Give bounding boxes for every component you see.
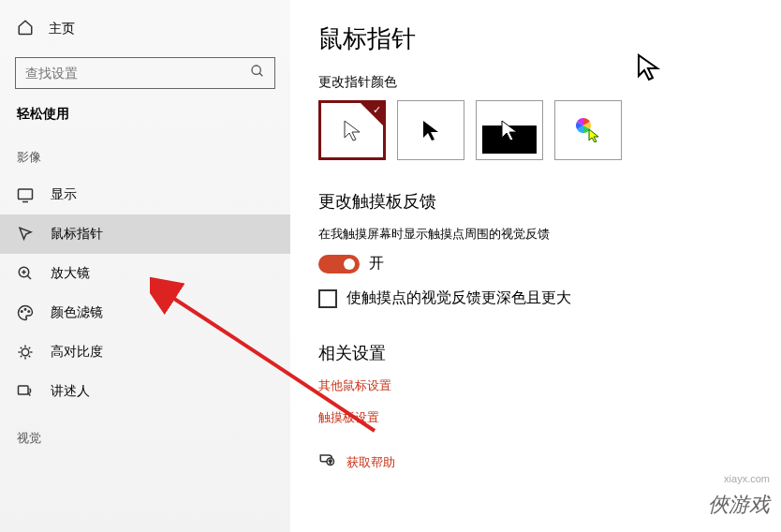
magnifier-icon: [17, 265, 34, 282]
help-icon: ?: [318, 452, 335, 473]
pointer-color-tiles: ✓: [318, 100, 781, 160]
search-input-container[interactable]: [15, 57, 275, 89]
related-title: 相关设置: [318, 342, 781, 364]
svg-line-16: [21, 347, 22, 349]
svg-line-7: [27, 275, 31, 279]
sidebar-item-narrator[interactable]: 讲述人: [0, 372, 290, 411]
color-section-label: 更改指针颜色: [318, 74, 781, 91]
page-title: 鼠标指针: [318, 22, 781, 55]
home-icon: [17, 19, 34, 38]
monitor-icon: [17, 186, 34, 203]
svg-point-0: [252, 66, 260, 74]
svg-point-11: [22, 348, 29, 356]
svg-line-19: [29, 347, 31, 349]
group-header-b: 视觉: [0, 430, 290, 447]
sidebar-item-label: 显示: [51, 186, 77, 203]
svg-line-17: [29, 356, 31, 358]
svg-point-9: [24, 309, 26, 311]
check-icon: ✓: [373, 104, 381, 116]
link-get-help[interactable]: 获取帮助: [346, 454, 395, 471]
link-other-mouse-settings[interactable]: 其他鼠标设置: [318, 377, 781, 394]
search-icon: [250, 64, 265, 82]
svg-rect-20: [19, 386, 29, 394]
home-nav[interactable]: 主页: [0, 11, 290, 46]
cursor-decoration-icon: [635, 52, 665, 82]
checkbox-label: 使触摸点的视觉反馈更深色且更大: [346, 288, 571, 308]
sidebar-item-label: 鼠标指针: [51, 226, 103, 243]
svg-line-1: [259, 73, 262, 76]
touch-section-title: 更改触摸板反馈: [318, 190, 781, 213]
sidebar-item-display[interactable]: 显示: [0, 175, 290, 214]
search-input[interactable]: [25, 66, 250, 81]
sidebar-item-label: 讲述人: [51, 383, 90, 400]
pointer-color-white[interactable]: ✓: [318, 100, 386, 160]
narrator-icon: [17, 383, 34, 400]
svg-point-10: [28, 311, 30, 313]
sidebar-item-color-filters[interactable]: 颜色滤镜: [0, 293, 290, 332]
svg-rect-2: [19, 189, 33, 200]
sidebar-item-magnifier[interactable]: 放大镜: [0, 254, 290, 293]
palette-icon: [17, 304, 34, 321]
svg-line-18: [21, 356, 22, 358]
home-label: 主页: [49, 21, 75, 37]
watermark-brand: 俠游戏: [708, 488, 770, 521]
link-touchpad-settings[interactable]: 触摸板设置: [318, 409, 781, 426]
watermark: xiayx.com 俠游戏: [708, 471, 770, 521]
sidebar-item-label: 高对比度: [51, 344, 103, 361]
group-header-a: 影像: [0, 149, 290, 166]
contrast-icon: [17, 344, 34, 361]
svg-point-8: [22, 311, 23, 313]
section-title: 轻松使用: [0, 106, 290, 123]
sidebar-item-high-contrast[interactable]: 高对比度: [0, 332, 290, 372]
sidebar-item-label: 放大镜: [51, 265, 90, 282]
cursor-icon: [17, 226, 34, 243]
touch-feedback-toggle[interactable]: [318, 255, 360, 273]
main-content: 鼠标指针 更改指针颜色 ✓: [290, 0, 781, 532]
watermark-url: xiayx.com: [708, 471, 770, 488]
sidebar-item-label: 颜色滤镜: [51, 304, 103, 321]
pointer-color-inverted[interactable]: [476, 100, 543, 160]
settings-sidebar: 主页 轻松使用 影像 显示 鼠标指针 放大镜 颜色滤镜: [0, 0, 290, 532]
sidebar-item-mouse-pointer[interactable]: 鼠标指针: [0, 214, 290, 254]
toggle-state-label: 开: [369, 254, 384, 273]
pointer-color-custom[interactable]: [554, 100, 622, 160]
pointer-color-black[interactable]: [397, 100, 464, 160]
touch-darker-checkbox[interactable]: [318, 289, 337, 308]
touch-section-desc: 在我触摸屏幕时显示触摸点周围的视觉反馈: [318, 226, 781, 243]
